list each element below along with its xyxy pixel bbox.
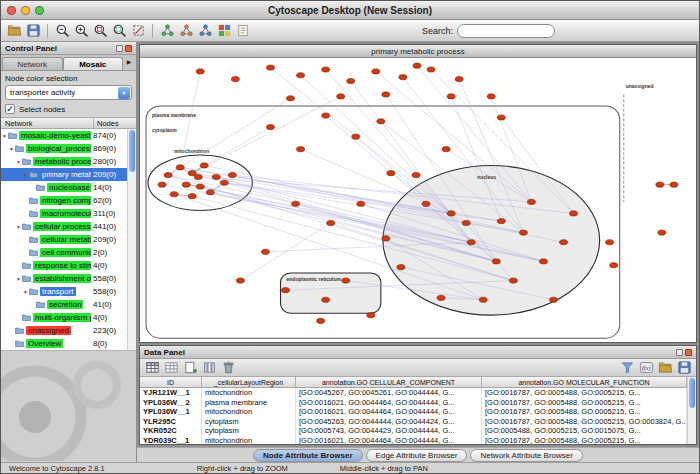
table-row[interactable]: YPL036W__2plasma membrane[GO:0016021, GO… [140, 398, 687, 408]
zoom-out-icon[interactable] [53, 22, 71, 40]
network-node[interactable] [656, 182, 664, 187]
tree-row[interactable]: nitrogen compo...62(0) [1, 194, 127, 207]
expander-icon[interactable]: ▼ [22, 172, 29, 178]
network-edge[interactable] [326, 70, 451, 214]
tab-mosaic[interactable]: Mosaic [63, 57, 124, 70]
tree-row[interactable]: ▼biological_process869(0) [1, 142, 127, 155]
network-node[interactable] [236, 278, 244, 283]
zoom-selected-icon[interactable] [91, 22, 109, 40]
network-node[interactable] [372, 69, 380, 74]
expander-icon[interactable]: ▼ [15, 224, 22, 230]
zoom-fit-icon[interactable] [110, 22, 128, 40]
network-node[interactable] [437, 295, 445, 300]
network-node[interactable] [212, 174, 220, 179]
network-node[interactable] [196, 69, 204, 74]
delete-attribute-icon[interactable] [219, 359, 237, 377]
network-node[interactable] [317, 318, 325, 323]
import-attributes-icon[interactable] [656, 359, 674, 377]
panel-float-icon[interactable] [676, 349, 683, 356]
tab-network-attribute-browser[interactable]: Network Attribute Browser [470, 449, 582, 462]
tree-column-network[interactable]: Network [1, 118, 94, 128]
network-node[interactable] [527, 199, 535, 204]
network-node[interactable] [399, 75, 407, 80]
select-columns-icon[interactable] [200, 359, 218, 377]
tab-edge-attribute-browser[interactable]: Edge Attribute Browser [366, 449, 468, 462]
tab-network[interactable]: Network [2, 57, 63, 70]
network-node[interactable] [176, 165, 184, 170]
tree-row[interactable]: ▼cellular process441(0) [1, 220, 127, 233]
panel-close-icon[interactable] [685, 349, 692, 356]
network-node[interactable] [479, 297, 487, 302]
expander-icon[interactable]: ▼ [22, 289, 29, 295]
network-node[interactable] [377, 119, 385, 124]
network-node[interactable] [492, 259, 500, 264]
network-node[interactable] [322, 297, 330, 302]
network-edge[interactable] [301, 75, 452, 213]
table-row[interactable]: YPL036W__1mitochondrion[GO:0016021, GO:0… [140, 407, 687, 417]
tree-row[interactable]: secretion41(0) [1, 298, 127, 311]
network-node[interactable] [297, 147, 305, 152]
column-header[interactable]: _cellularLayoutRegion [202, 377, 296, 388]
network-node[interactable] [487, 94, 495, 99]
network-node[interactable] [164, 172, 172, 177]
network-node[interactable] [397, 265, 405, 270]
network-node[interactable] [158, 182, 166, 187]
network-node[interactable] [382, 236, 390, 241]
network-node[interactable] [182, 182, 190, 187]
network-edge[interactable] [270, 68, 451, 214]
network-node[interactable] [539, 259, 547, 264]
network-node[interactable] [570, 211, 578, 216]
tree-row[interactable]: macromolecule...311(0) [1, 207, 127, 220]
network-node[interactable] [413, 63, 421, 68]
network-node[interactable] [447, 94, 455, 99]
window-minimize-button[interactable] [21, 6, 30, 15]
hide-selected-icon[interactable] [129, 22, 147, 40]
network-node[interactable] [347, 78, 355, 83]
network-node[interactable] [442, 147, 450, 152]
network-node[interactable] [337, 94, 345, 99]
tree-row[interactable]: unassigned223(0) [1, 324, 127, 337]
filter-icon[interactable] [618, 359, 636, 377]
expander-icon[interactable]: ▼ [1, 133, 8, 139]
column-header[interactable]: annotation.GO CELLULAR_COMPONENT [296, 377, 482, 388]
network-node[interactable] [266, 124, 274, 129]
network-node[interactable] [357, 201, 365, 206]
network-node[interactable] [322, 113, 330, 118]
network-node[interactable] [327, 220, 335, 225]
network-node[interactable] [422, 201, 430, 206]
network-node[interactable] [658, 230, 666, 235]
network-node[interactable] [266, 65, 274, 70]
network-node[interactable] [462, 220, 470, 225]
tree-row[interactable]: nucleobase...14(0) [1, 181, 127, 194]
table-row[interactable]: YJR121W__1mitochondrion[GO:0045267, GO:0… [140, 388, 687, 398]
tree-row[interactable]: ▼establishment of l...558(0) [1, 272, 127, 285]
network-edge[interactable] [192, 96, 341, 173]
network-canvas[interactable]: plasma membrane cytoplasm mitochondrion … [140, 58, 696, 342]
select-all-attributes-icon[interactable] [143, 359, 161, 377]
tree-row[interactable]: cellular metabo...209(0) [1, 233, 127, 246]
tree-row[interactable]: Overview8(0) [1, 337, 127, 350]
table-scrollbar-thumb[interactable] [689, 378, 695, 408]
table-scrollbar[interactable] [687, 377, 696, 444]
network-node[interactable] [188, 194, 196, 199]
vizmapper-icon[interactable] [215, 22, 233, 40]
column-header[interactable]: ID [140, 377, 202, 388]
select-nodes-checkbox[interactable] [5, 104, 15, 114]
network-node[interactable] [519, 230, 527, 235]
network-node[interactable] [261, 249, 269, 254]
tree-row[interactable]: ▼transport558(0) [1, 285, 127, 298]
network-node[interactable] [170, 192, 178, 197]
expander-icon[interactable]: ▼ [15, 276, 22, 282]
network-node[interactable] [560, 240, 568, 245]
save-session-icon[interactable] [24, 22, 42, 40]
search-input[interactable] [457, 24, 555, 38]
table-row[interactable]: YKR052Ccytoplasm[GO:0005743, GO:0044429,… [140, 426, 687, 436]
new-network-icon[interactable] [158, 22, 176, 40]
tree-row[interactable]: ▼primary metab...209(0) [1, 168, 127, 181]
network-node[interactable] [447, 211, 455, 216]
network-view-title[interactable]: primary metabolic process [140, 45, 696, 58]
network-node[interactable] [382, 92, 390, 97]
network-node[interactable] [610, 263, 618, 268]
network-node[interactable] [455, 77, 463, 82]
import-network-icon[interactable] [196, 22, 214, 40]
